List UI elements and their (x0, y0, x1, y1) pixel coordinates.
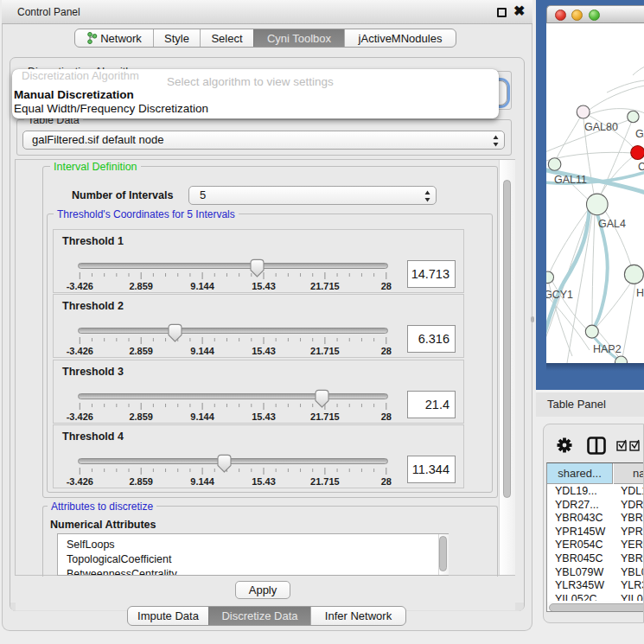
svg-text:GAL80: GAL80 (584, 121, 618, 133)
svg-text:GCY1: GCY1 (546, 289, 573, 301)
svg-text:GAL4: GAL4 (598, 218, 626, 230)
svg-text:H: H (636, 287, 644, 299)
svg-text:C: C (638, 161, 644, 173)
svg-text:GA: GA (635, 128, 644, 140)
svg-text:HAP2: HAP2 (593, 343, 622, 355)
svg-text:GAL11: GAL11 (554, 174, 587, 186)
